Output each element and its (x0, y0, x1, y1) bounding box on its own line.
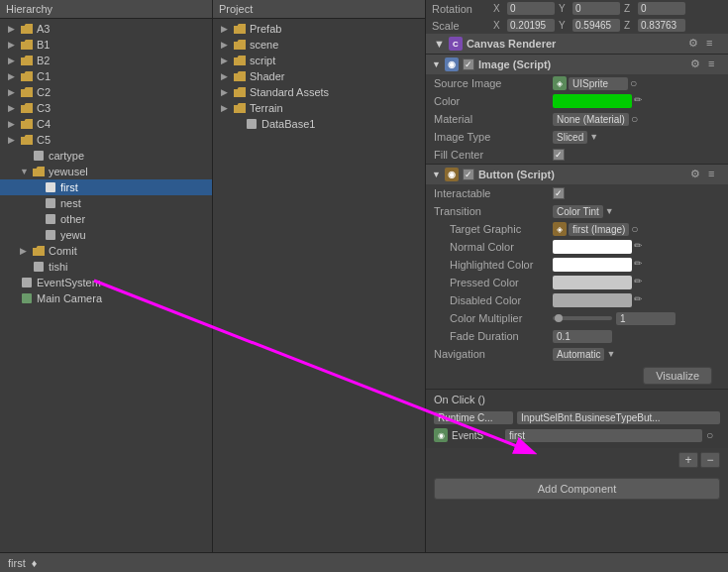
fade-duration-text[interactable]: 0.1 (553, 330, 612, 343)
pencil-icon[interactable]: ✏ (634, 240, 648, 254)
tree-item-c1[interactable]: ▶ C1 (0, 68, 212, 84)
color-multiplier-text[interactable]: 1 (616, 312, 676, 325)
project-item-standard[interactable]: ▶ Standard Assets (213, 84, 425, 100)
button-script-section: ▼ ◉ Button (Script) ⚙ ≡ Interactable Tra… (426, 165, 728, 390)
rotation-y-input[interactable]: 0 (572, 2, 620, 15)
fade-duration-label: Fade Duration (434, 330, 553, 342)
project-item-shader[interactable]: ▶ Shader (213, 68, 425, 84)
project-item-terrain[interactable]: ▶ Terrain (213, 100, 425, 116)
color-multiplier-value: 1 (553, 312, 720, 325)
canvas-renderer-title: Canvas Renderer (467, 38, 684, 50)
tree-item-c2[interactable]: ▶ C2 (0, 84, 212, 100)
tree-item-c5[interactable]: ▶ C5 (0, 132, 212, 148)
disabled-color-swatch[interactable] (553, 293, 632, 307)
project-item-scene[interactable]: ▶ scene (213, 37, 425, 53)
tree-item-b2[interactable]: ▶ B2 (0, 53, 212, 68)
dropdown-arrow-icon: ▼ (605, 206, 614, 216)
tree-item-b1[interactable]: ▶ B1 (0, 37, 212, 53)
rotation-z-input[interactable]: 0 (638, 2, 685, 15)
pencil-icon[interactable]: ✏ (634, 94, 648, 108)
project-item-prefab[interactable]: ▶ Prefab (213, 21, 425, 37)
fill-center-checkbox[interactable] (553, 149, 565, 161)
event-row: ◉ EventS first ○ (434, 426, 720, 444)
color-multiplier-slider[interactable]: 1 (553, 312, 720, 325)
color-value: ✏ (553, 94, 720, 108)
visualize-button[interactable]: Visualize (643, 367, 712, 385)
navigation-dropdown[interactable]: Automatic (553, 348, 604, 361)
select-circle-icon[interactable]: ○ (631, 222, 645, 236)
tree-item-eventsystem[interactable]: ▶ EventSystem (0, 275, 212, 290)
event-value[interactable]: first (505, 429, 702, 442)
source-image-row: Source Image ◈ UISprite ○ (426, 74, 728, 92)
image-type-label: Image Type (434, 131, 553, 143)
select-circle-icon[interactable]: ○ (630, 76, 644, 90)
tree-item-yewusel[interactable]: ▼ yewusel (0, 164, 212, 179)
minus-button[interactable]: − (700, 452, 720, 468)
runtime-dropdown[interactable]: Runtime C... (434, 411, 513, 424)
project-item-database[interactable]: ▶ DataBase1 (213, 116, 425, 132)
game-icon (44, 196, 57, 210)
image-type-dropdown[interactable]: Sliced (553, 131, 587, 144)
rotation-x-input[interactable]: 0 (507, 2, 555, 15)
target-graphic-text[interactable]: first (Image) (569, 223, 629, 236)
color-swatch[interactable] (553, 94, 632, 108)
folder-icon (233, 85, 247, 99)
folder-icon (20, 85, 34, 99)
button-script-header[interactable]: ▼ ◉ Button (Script) ⚙ ≡ (426, 165, 728, 184)
tree-item-nest[interactable]: ▶ nest (0, 195, 212, 211)
folder-icon (20, 69, 34, 83)
scale-x-input[interactable]: 0.20195 (507, 19, 555, 32)
plus-button[interactable]: + (678, 452, 698, 468)
tree-label: C2 (37, 86, 51, 98)
material-text[interactable]: None (Material) (553, 113, 629, 126)
pressed-color-value: ✏ (553, 276, 720, 289)
tree-label: EventSystem (37, 277, 101, 288)
tree-item-first[interactable]: ▶ first (0, 179, 212, 195)
gear-icon[interactable]: ⚙ (690, 57, 704, 71)
gear-icon[interactable]: ⚙ (690, 168, 704, 181)
fill-center-label: Fill Center (434, 149, 553, 161)
project-item-script[interactable]: ▶ script (213, 53, 425, 68)
navigation-row: Navigation Automatic ▼ (426, 345, 728, 363)
arrow-icon: ▶ (8, 135, 20, 145)
project-tree: ▶ Prefab ▶ scene ▶ script ▶ Shader ▶ (213, 19, 425, 552)
interactable-checkbox[interactable] (553, 187, 565, 199)
image-enabled-checkbox[interactable] (463, 58, 474, 70)
tree-item-a3[interactable]: ▶ A3 (0, 21, 212, 37)
tree-item-c3[interactable]: ▶ C3 (0, 100, 212, 116)
highlighted-color-swatch[interactable] (553, 258, 632, 272)
tree-item-comit[interactable]: ▶ Comit (0, 243, 212, 259)
gear-icon[interactable]: ⚙ (688, 37, 702, 51)
runtime-value: InputSelBnt.BusineseTypeBut... (517, 411, 720, 424)
material-row: Material None (Material) ○ (426, 110, 728, 128)
tree-item-tishi[interactable]: ▶ tishi (0, 259, 212, 275)
pencil-icon[interactable]: ✏ (634, 276, 648, 289)
canvas-renderer-header[interactable]: ▼ C Canvas Renderer ⚙ ≡ (426, 34, 728, 54)
tree-label: scene (250, 39, 278, 51)
add-component-button[interactable]: Add Component (434, 478, 720, 500)
slider-thumb (555, 314, 563, 322)
tree-item-other[interactable]: ▶ other (0, 211, 212, 227)
tree-label: C5 (37, 134, 51, 146)
tree-item-c4[interactable]: ▶ C4 (0, 116, 212, 132)
select-circle-icon[interactable]: ○ (706, 428, 720, 442)
pencil-icon[interactable]: ✏ (634, 258, 648, 272)
pencil-icon[interactable]: ✏ (634, 293, 648, 307)
image-script-header[interactable]: ▼ ◉ Image (Script) ⚙ ≡ (426, 55, 728, 74)
source-image-text[interactable]: UISprite (569, 77, 628, 90)
normal-color-swatch[interactable] (553, 240, 632, 254)
folder-icon (20, 101, 34, 115)
button-enabled-checkbox[interactable] (463, 169, 474, 180)
tree-item-cartype[interactable]: ▶ cartype (0, 148, 212, 164)
y-label: Y (559, 3, 569, 14)
image-type-value: Sliced ▼ (553, 131, 720, 144)
inspector-panel: Rotation X 0 Y 0 Z 0 Scale X 0.20195 Y 0… (426, 0, 728, 552)
highlighted-color-value: ✏ (553, 258, 720, 272)
scale-y-input[interactable]: 0.59465 (572, 19, 620, 32)
pressed-color-swatch[interactable] (553, 276, 632, 289)
transition-dropdown[interactable]: Color Tint (553, 205, 603, 218)
tree-item-main-camera[interactable]: ▶ Main Camera (0, 290, 212, 306)
tree-item-yewu[interactable]: ▶ yewu (0, 227, 212, 243)
scale-z-input[interactable]: 0.83763 (638, 19, 685, 32)
select-circle-icon[interactable]: ○ (631, 112, 645, 126)
